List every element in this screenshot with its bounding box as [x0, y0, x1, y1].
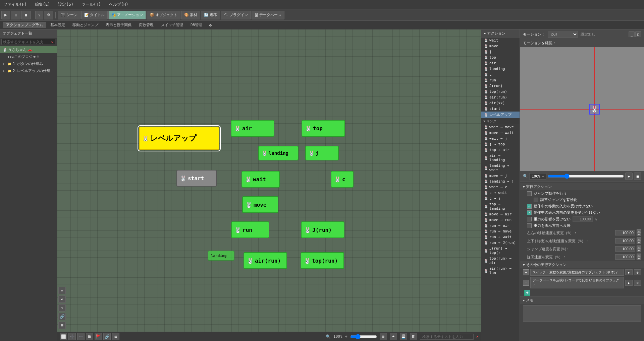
grid-tool[interactable]: ⊞: [58, 322, 66, 329]
jump-checkbox[interactable]: [527, 191, 532, 196]
add-icon[interactable]: ➕: [68, 333, 76, 340]
jump-speed-input[interactable]: [615, 246, 635, 252]
motion-dropdown[interactable]: pull push walk: [548, 31, 578, 38]
link-c-wait[interactable]: 🐰 c → wait: [481, 190, 520, 196]
link-toprun-airrun[interactable]: 🐰 top(run) → air: [481, 256, 520, 266]
action-start[interactable]: 🐰 start: [481, 106, 520, 112]
link-move-run[interactable]: 🐰 move → run: [481, 217, 520, 223]
rotate-speed-down[interactable]: ▼: [637, 257, 641, 260]
sidebar-search-input[interactable]: [2, 39, 50, 45]
link-wait-c[interactable]: 🐰 wait → c: [481, 184, 520, 190]
node-toprun[interactable]: 🐰 top(run): [301, 252, 344, 269]
question-button[interactable]: ?: [35, 11, 43, 19]
save-node-btn[interactable]: 💾: [400, 333, 407, 340]
node-jrun[interactable]: 🐰 J(run): [301, 221, 344, 238]
sidebar-search-bar[interactable]: ×: [1, 39, 55, 45]
link-landing-wait[interactable]: 🐰 landing → wait: [481, 163, 520, 173]
motion-play-btn[interactable]: ▶: [625, 173, 633, 180]
action-list-scroll[interactable]: 🐰 wait 🐰 move 🐰 j 🐰 top 🐰 air: [481, 38, 520, 341]
link-run-move[interactable]: 🐰 run → move: [481, 228, 520, 234]
rotate-speed-up[interactable]: ▲: [637, 254, 641, 257]
menu-file[interactable]: ファイル(F): [1, 1, 29, 8]
canvas-search-input[interactable]: [420, 334, 474, 340]
tab-move-jump[interactable]: 移動とジャンプ: [69, 22, 102, 28]
link-top-air[interactable]: 🐰 top → air: [481, 147, 520, 153]
scene-button[interactable]: 🎬 シーン: [58, 11, 80, 19]
stop-button[interactable]: ⏹: [21, 11, 31, 19]
delete-node-btn[interactable]: 🗑: [410, 333, 417, 340]
motion-zoom-slider[interactable]: [548, 174, 624, 179]
menu-tools[interactable]: ツール(T): [79, 1, 103, 8]
tab-variable-mgmt[interactable]: 変数管理: [136, 22, 157, 28]
settings-gear-icon[interactable]: ⚙: [208, 22, 213, 28]
action1-settings-btn[interactable]: ⚙: [634, 269, 641, 275]
jump-speed-up[interactable]: ▲: [637, 246, 641, 249]
fit-screen-btn[interactable]: ⊡: [380, 333, 387, 340]
action1-minus-btn[interactable]: −: [523, 269, 529, 275]
link-tool[interactable]: 🔗: [58, 313, 66, 320]
properties-scroll[interactable]: ▼ 実行アクション ジャンプ動作を行う 調整ジャンプを有効化 動作中の移動の入力…: [520, 182, 644, 341]
motion-expand-btn[interactable]: □: [635, 31, 641, 37]
trash-icon[interactable]: 🗑: [86, 333, 93, 340]
zoom-plus-btn[interactable]: +: [542, 174, 544, 179]
play-button[interactable]: ▶: [1, 11, 10, 19]
action2-settings-btn[interactable]: ⚙: [634, 280, 641, 286]
link-landing-j[interactable]: 🐰 landing → j: [481, 179, 520, 184]
node-landing-small[interactable]: landing: [208, 251, 234, 261]
plugin-button[interactable]: 🔌 プラグイン: [221, 11, 251, 19]
gravity-reflect-checkbox[interactable]: [527, 223, 532, 228]
tab-display-parent[interactable]: 表示と親子関係: [102, 22, 135, 28]
action-jrun[interactable]: 🐰 J(run): [481, 83, 520, 89]
redo-tool[interactable]: ↪: [58, 304, 66, 312]
sidebar-search-clear[interactable]: ×: [50, 40, 55, 45]
canvas-zoom-slider[interactable]: [350, 334, 377, 339]
node-c[interactable]: 🐰 c: [331, 171, 354, 188]
exec-action-section[interactable]: ▼ 実行アクション: [520, 183, 644, 190]
action-top[interactable]: 🐰 top: [481, 55, 520, 60]
link-move-j[interactable]: 🐰 move → j: [481, 173, 520, 179]
link-top-landing[interactable]: 🐰 top → landing: [481, 201, 520, 211]
links-section-header[interactable]: ▼ リンク: [481, 118, 520, 124]
node-airrun[interactable]: 🐰 air(run): [244, 252, 287, 269]
no-gravity-checkbox[interactable]: [527, 217, 532, 221]
node-levelup[interactable]: 🐰 レベルアップ: [139, 127, 219, 150]
action-run[interactable]: 🐰 run: [481, 77, 520, 83]
action-airrun[interactable]: 🐰 air(run): [481, 94, 520, 100]
menu-settings[interactable]: 設定(S): [56, 1, 75, 8]
actions-collapse-icon[interactable]: ▼: [484, 32, 486, 35]
tree-item-levelup[interactable]: ▶ 📁 2-レベルアップの仕組: [0, 67, 57, 74]
motion-stop-btn[interactable]: ■: [634, 173, 641, 180]
ud-speed-up[interactable]: ▲: [637, 237, 641, 241]
tab-basic-settings[interactable]: 基本設定: [47, 22, 68, 28]
undo-tool[interactable]: ↩: [58, 295, 66, 303]
link-air-landing[interactable]: 🐰 air → landing: [481, 153, 520, 163]
tab-switch-mgmt[interactable]: スイッチ管理: [158, 22, 186, 28]
action-levelup[interactable]: 🐰 レベルアップ: [481, 112, 520, 118]
ud-speed-input[interactable]: [615, 238, 635, 244]
action2-expand-btn[interactable]: ▶: [625, 280, 633, 286]
link-run-wait[interactable]: 🐰 run → wait: [481, 234, 520, 240]
title-button[interactable]: 📝 タイトル: [81, 11, 108, 19]
link-run-air[interactable]: 🐰 run → air: [481, 223, 520, 228]
tab-action-program[interactable]: アクションプログラム: [3, 22, 46, 28]
node-j[interactable]: 🐰 j: [305, 146, 339, 160]
transition-button[interactable]: 🔄 遷移: [201, 11, 220, 19]
database-button[interactable]: 🗄 データベース: [252, 11, 284, 19]
animation-button[interactable]: 🎭 アニメーション: [108, 11, 146, 19]
lr-speed-up[interactable]: ▲: [637, 229, 641, 233]
link-j-top[interactable]: 🐰 j → top: [481, 141, 520, 147]
node-start[interactable]: 🐰 start: [176, 170, 217, 187]
canvas-area[interactable]: 🐰 レベルアップ 🐰 start 🐰 air 🐰 top 🐰 landing: [57, 29, 481, 341]
lr-speed-down[interactable]: ▼: [637, 233, 641, 236]
node-top[interactable]: 🐰 top: [302, 120, 345, 137]
action2-entry[interactable]: データベースを反映(レコードで反映)/自身のオブジェクト: [530, 277, 624, 288]
action1-entry[interactable]: スイッチ・変数を変更/変数自身のオブジェクト(単体)/…: [530, 269, 624, 276]
square-icon[interactable]: ⬜: [60, 333, 67, 340]
link-bottom-icon[interactable]: 🔗: [103, 333, 111, 340]
add-node-btn[interactable]: +: [390, 333, 397, 340]
pause-button[interactable]: ⏸: [11, 11, 20, 19]
dots-icon[interactable]: ⊞: [112, 333, 119, 340]
menu-help[interactable]: ヘルプ(H): [107, 1, 130, 8]
action-wait[interactable]: 🐰 wait: [481, 38, 520, 43]
node-move[interactable]: 🐰 move: [242, 196, 278, 213]
